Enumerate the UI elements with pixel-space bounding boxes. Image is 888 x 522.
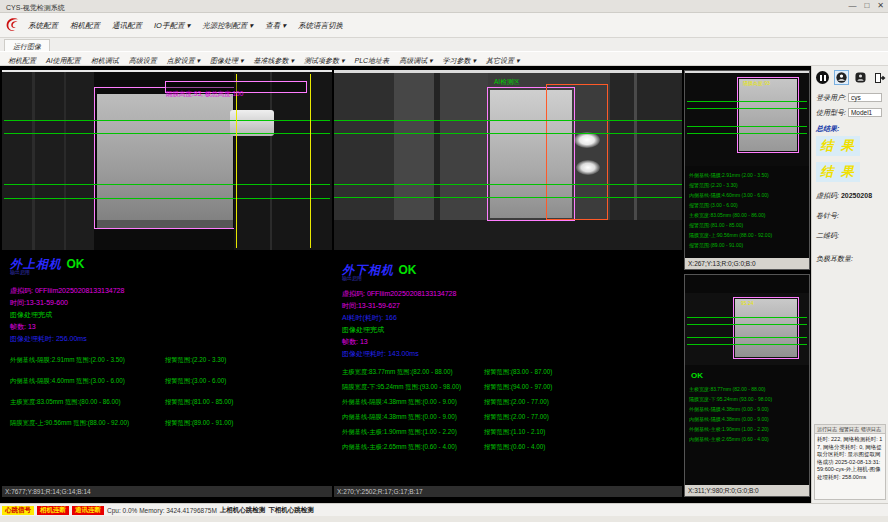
center-camera-image[interactable]: AI检测区	[334, 70, 682, 250]
menu-view[interactable]: 查看 ▾	[265, 21, 286, 31]
tool-baseline-params[interactable]: 基准线参数 ▾	[254, 56, 294, 66]
total-result-label: 总结果:	[816, 124, 839, 134]
maximize-button[interactable]: □	[864, 1, 869, 10]
aux-line: 外侧基线-主极:1.90mm (1.00 - 2.20)	[689, 425, 769, 433]
minimize-button[interactable]: —	[848, 1, 856, 10]
alarm-range: 报警范围:(94.00 - 97.00)	[484, 383, 552, 392]
aux-line: 隔膜宽度-上:90.56mm (88.00 - 92.00)	[689, 231, 772, 239]
exit-button[interactable]	[872, 70, 887, 85]
aux-line: 报警范围:(2.20 - 3.30)	[689, 181, 738, 189]
qr-code-label: 二维码:	[816, 231, 839, 241]
tool-plc-table[interactable]: PLC地址表	[355, 56, 390, 66]
comm-disconnect-badge: 通讯连断	[72, 506, 104, 515]
tool-other-settings[interactable]: 其它设置 ▾	[486, 56, 519, 66]
menu-light-config[interactable]: 光源控制配置 ▾	[202, 21, 253, 31]
alarm-range: 报警范围:(2.00 - 77.00)	[484, 413, 549, 422]
center-camera-panel[interactable]: AI检测区 外下相机 OK 输出启用 虚拟码: 0FFIiim202502081…	[334, 70, 682, 497]
menu-camera-config[interactable]: 相机配置	[70, 21, 100, 31]
model-value[interactable]: Model1	[848, 108, 882, 117]
log-text[interactable]: 耗时: 222, 网络检测耗时: 17, 网络分类耗时: 0, 网络提取分区耗时…	[815, 434, 885, 483]
left-time: 时间:13-31-59-600	[10, 298, 68, 308]
tab-run-image[interactable]: 运行图像	[4, 39, 50, 51]
menu-language-switch[interactable]: 系统语言切换	[298, 21, 343, 31]
left-done-label: 图像处理完成	[10, 310, 52, 320]
aux-line: 主极宽度:83.05mm (80.00 - 86.00)	[689, 211, 765, 219]
left-elapsed: 图像处理耗时: 256.00ms	[10, 334, 87, 344]
aux-bottom-pixel-coordinates: X:311;Y:980;R:0;G:0;B:0	[685, 485, 809, 496]
log-tab-alarm[interactable]: 报警日志	[839, 426, 859, 432]
center-time: 时间:13-31-59-627	[342, 301, 400, 311]
center-pixel-coordinates: X:270;Y:2502;R:17;G:17;B:17	[334, 486, 682, 497]
measurement-row: 内侧基线-隔膜:4.38mm 范围:(0.00 - 9.00)	[342, 413, 457, 422]
tool-test-params[interactable]: 测试项参数 ▾	[304, 56, 344, 66]
ai-roi-rect	[546, 84, 608, 220]
login-user-value[interactable]: cys	[848, 93, 882, 102]
camera-disconnect-badge: 相机连断	[37, 506, 69, 515]
measurement-row: 隔膜宽度-上:90.56mm 范围:(88.00 - 92.00)	[10, 419, 129, 428]
tool-learning-params[interactable]: 学习参数 ▾	[443, 56, 476, 66]
glare-spot	[574, 132, 600, 148]
result-box-2: 结 果	[816, 162, 860, 182]
left-camera-panel[interactable]: 隔膜高度:93, 极总高度:100 外上相机 OK 输出启用 虚拟码: 0FFI…	[2, 70, 332, 497]
aux-top-image[interactable]: 隔膜高度:93	[685, 71, 809, 166]
tool-advanced-settings[interactable]: 高级设置	[129, 56, 157, 66]
aux-bottom-panel[interactable]: 95.24 OK 主极宽度:83.77mm (82.00 - 88.00) 隔膜…	[684, 274, 810, 497]
aux-line: 主极宽度:83.77mm (82.00 - 88.00)	[689, 385, 765, 393]
window-title: CYS-视觉检测系统	[6, 3, 65, 13]
log-tab-run[interactable]: 运行日志	[817, 426, 837, 432]
tool-advanced-debug[interactable]: 高级调试 ▾	[399, 56, 432, 66]
tool-ai-config[interactable]: AI使用配置	[46, 56, 81, 66]
center-output-label: 输出启用	[342, 275, 362, 281]
app-logo-icon	[4, 16, 22, 34]
virtual-code-value: 20250208	[841, 192, 872, 199]
alarm-range: 报警范围:(1.10 - 2.10)	[484, 428, 545, 437]
aux-line: 内侧基线-隔膜:4.38mm (0.00 - 9.00)	[689, 415, 769, 423]
aux-line: 外侧基线-隔膜:2.91mm (2.00 - 3.50)	[689, 171, 769, 179]
left-camera-image[interactable]: 隔膜高度:93, 极总高度:100	[2, 70, 332, 250]
app-window: CYS-视觉检测系统 — □ ✕ 系统配置 相机配置 通讯配置 IO手配置 ▾ …	[0, 0, 888, 522]
alarm-range: 报警范围:(83.00 - 87.00)	[484, 368, 552, 377]
login-user-label: 登录用户:	[816, 94, 846, 101]
alarm-range: 报警范围:(2.20 - 3.30)	[165, 356, 226, 365]
aux-bottom-ok: OK	[691, 371, 703, 380]
aux-line: 内侧基线-隔膜:4.60mm (3.00 - 6.00)	[689, 191, 769, 199]
result-box-1: 结 果	[816, 136, 860, 156]
titlebar: CYS-视觉检测系统 — □ ✕	[0, 0, 888, 13]
operator-button[interactable]	[853, 70, 868, 85]
upper-camera-heartbeat: 上相机心跳检测	[220, 506, 266, 515]
center-ai-time: AI耗时(耗时): 166	[342, 313, 397, 323]
center-overlay-label: AI检测区	[494, 78, 520, 87]
tab-count-label: 负极耳数量:	[816, 254, 853, 264]
measurement-row: 内侧基线-主极:2.65mm 范围:(0.60 - 4.00)	[342, 443, 457, 452]
measurement-row: 主极宽度:83.77mm 范围:(82.00 - 88.00)	[342, 368, 453, 377]
menubar: 系统配置 相机配置 通讯配置 IO手配置 ▾ 光源控制配置 ▾ 查看 ▾ 系统语…	[0, 13, 888, 38]
alarm-range: 报警范围:(2.00 - 77.00)	[484, 398, 549, 407]
tool-camera-debug[interactable]: 相机调试	[91, 56, 119, 66]
center-barcode: 虚拟码: 0FFIiim20250208133134728	[342, 289, 456, 299]
menu-comm-config[interactable]: 通讯配置	[112, 21, 142, 31]
pause-button[interactable]	[815, 70, 830, 85]
pause-icon	[816, 71, 829, 84]
measurement-row: 外侧基线-主极:1.90mm 范围:(1.00 - 2.20)	[342, 428, 457, 437]
login-user-button[interactable]	[834, 70, 849, 85]
aux-top-pixel-coordinates: X:267;Y:13;R:0;G:0;B:0	[685, 258, 809, 269]
alarm-range: 报警范围:(0.60 - 4.00)	[484, 443, 545, 452]
tool-camera-config[interactable]: 相机配置	[8, 56, 36, 66]
menu-io-config[interactable]: IO手配置 ▾	[154, 21, 190, 31]
menu-system-config[interactable]: 系统配置	[28, 21, 58, 31]
person-icon	[855, 72, 866, 83]
measurement-row: 外侧基线-隔膜:4.38mm 范围:(0.00 - 9.00)	[342, 398, 457, 407]
tool-image-processing[interactable]: 图像处理 ▾	[210, 56, 243, 66]
measurement-row: 隔膜宽度-下:95.24mm 范围:(93.00 - 98.00)	[342, 383, 461, 392]
tool-glue-settings[interactable]: 点胶设置 ▾	[167, 56, 200, 66]
alarm-range: 报警范围:(3.00 - 6.00)	[165, 377, 226, 386]
close-button[interactable]: ✕	[877, 1, 884, 10]
log-tab-error[interactable]: 错误日志	[861, 426, 881, 432]
aux-top-panel[interactable]: 隔膜高度:93 外侧基线-隔膜:2.91mm (2.00 - 3.50) 报警范…	[684, 70, 810, 270]
center-elapsed: 图像处理耗时: 143.00ms	[342, 349, 419, 359]
aux-bottom-image[interactable]: 95.24	[685, 293, 809, 365]
aux-line: 报警范围:(81.00 - 85.00)	[689, 221, 743, 229]
tabstrip: 运行图像	[0, 38, 888, 51]
left-ok-status: OK	[66, 257, 84, 271]
aux-line: 报警范围:(89.00 - 91.00)	[689, 241, 743, 249]
